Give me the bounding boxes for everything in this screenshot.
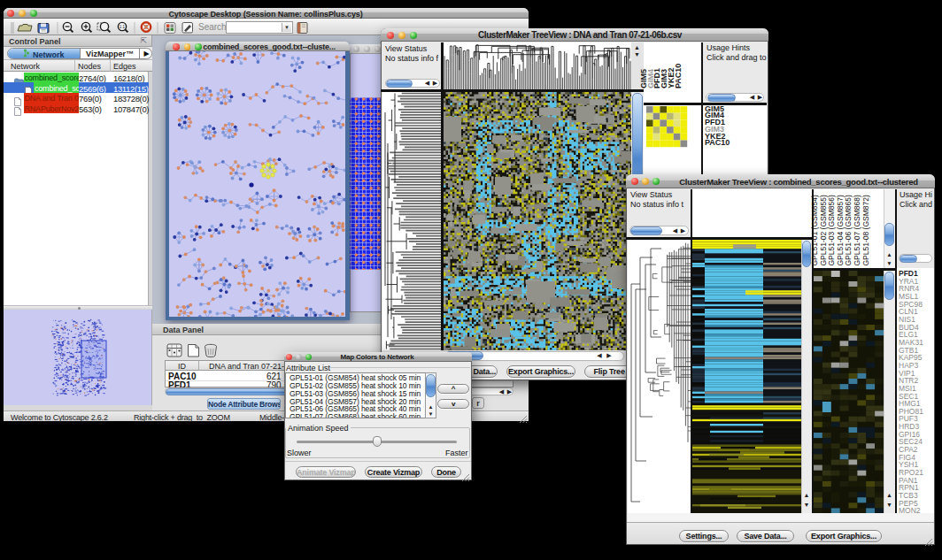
svg-text:1:1: 1:1 <box>120 25 126 29</box>
